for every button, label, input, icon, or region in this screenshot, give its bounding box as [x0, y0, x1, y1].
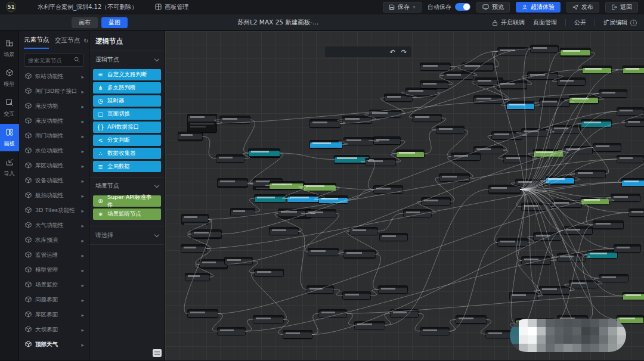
graph-node[interactable] [498, 239, 528, 246]
graph-node[interactable] [270, 228, 298, 235]
graph-node[interactable] [558, 78, 585, 85]
graph-node[interactable] [379, 286, 407, 293]
graph-node[interactable] [623, 292, 644, 300]
graph-node[interactable] [599, 90, 627, 97]
graph-node[interactable] [191, 230, 221, 238]
graph-node[interactable] [287, 195, 321, 202]
graph-node[interactable] [270, 182, 304, 189]
back-button[interactable]: 返回 [605, 2, 638, 13]
graph-node[interactable] [581, 120, 611, 127]
graph-node[interactable] [522, 257, 550, 264]
graph-node[interactable] [593, 221, 623, 229]
element-node-item[interactable]: 水位功能性▸ [19, 144, 89, 158]
node-select-dropdown[interactable]: 请选择 [89, 226, 165, 245]
node-button[interactable]: ≣全局数据 [93, 161, 161, 172]
graph-node[interactable] [310, 120, 340, 127]
graph-node[interactable] [181, 245, 206, 252]
refresh-icon[interactable]: ↻ [83, 38, 88, 48]
graph-node[interactable] [516, 179, 543, 186]
node-button[interactable]: <分支判断 [93, 135, 161, 146]
element-node-item[interactable]: 闸门功能性▸ [19, 129, 89, 144]
graph-node[interactable] [397, 150, 424, 157]
board-manage-button[interactable]: 画板管理 [155, 3, 188, 11]
app-logo[interactable]: 51 [6, 2, 16, 12]
extension-edit-button[interactable]: 扩展编辑 i [603, 18, 637, 27]
link-debug-button[interactable]: 开启联调 [492, 18, 525, 27]
graph-node[interactable] [498, 81, 527, 89]
node-button[interactable]: ∗场景监听节点 [93, 208, 161, 220]
rail-item-scene[interactable]: 场景 [0, 35, 19, 62]
graph-node[interactable] [534, 150, 564, 157]
node-button[interactable]: ≡自定义支路判断 [93, 69, 161, 80]
graph-node[interactable] [617, 155, 643, 163]
graph-node[interactable] [420, 63, 450, 70]
graph-node[interactable] [611, 194, 640, 201]
graph-node[interactable] [462, 63, 493, 71]
graph-node[interactable] [522, 129, 549, 136]
rail-item-board[interactable]: 画板 [0, 124, 19, 151]
graph-node[interactable] [185, 273, 209, 281]
element-node-item[interactable]: 水库预演▸ [19, 233, 89, 248]
graph-node[interactable] [420, 328, 449, 335]
graph-node[interactable] [218, 179, 247, 187]
redo-icon[interactable]: ↷ [401, 49, 407, 55]
graph-node[interactable] [370, 110, 401, 117]
save-button[interactable]: 保存 ∨ [383, 2, 422, 13]
graph-node[interactable] [626, 119, 644, 126]
element-node-item[interactable]: 淹没功能▸ [19, 99, 89, 114]
graph-node[interactable] [439, 174, 469, 181]
graph-node[interactable] [380, 234, 407, 241]
graph-node[interactable] [444, 72, 473, 79]
element-node-item[interactable]: 库区界面▸ [19, 307, 89, 322]
graph-node[interactable] [404, 210, 431, 217]
graph-node[interactable] [188, 310, 218, 318]
node-button[interactable]: {}API数据接口 [93, 122, 161, 133]
graph-node[interactable] [456, 316, 486, 323]
graph-node[interactable] [564, 227, 592, 234]
element-node-item[interactable]: 问题界面▸ [19, 292, 89, 307]
graph-node[interactable] [522, 203, 550, 210]
graph-node[interactable] [366, 158, 395, 166]
graph-node[interactable] [319, 310, 346, 317]
element-node-item[interactable]: 设备功能性▸ [19, 173, 89, 188]
graph-node[interactable] [581, 197, 609, 204]
rail-item-import[interactable]: 导入 [0, 154, 19, 181]
graph-node[interactable] [218, 328, 245, 335]
tab-blueprint[interactable]: 蓝图 [101, 17, 128, 28]
graph-node[interactable] [350, 228, 377, 235]
graph-node[interactable] [474, 96, 504, 103]
graph-node[interactable] [220, 116, 250, 123]
graph-node[interactable] [249, 149, 280, 157]
graph-node[interactable] [583, 66, 611, 73]
element-node-item[interactable]: 监管运维▸ [19, 248, 89, 263]
graph-node[interactable] [451, 153, 480, 160]
graph-node[interactable] [255, 195, 286, 202]
graph-node[interactable] [344, 250, 375, 258]
graph-node[interactable] [374, 186, 402, 193]
graph-node[interactable] [575, 170, 605, 178]
blueprint-canvas[interactable]: ↶ ↷ [165, 31, 644, 360]
graph-node[interactable] [422, 198, 450, 205]
graph-node[interactable] [406, 88, 436, 96]
graph-node[interactable] [528, 72, 558, 79]
page-manage-button[interactable]: 页面管理 [533, 18, 557, 27]
element-node-item[interactable]: 库区功能性▸ [19, 158, 89, 173]
graph-node[interactable] [343, 116, 371, 123]
publish-button[interactable]: 发布 [566, 2, 599, 13]
graph-node[interactable] [510, 292, 537, 300]
graph-node[interactable] [540, 287, 569, 294]
graph-node[interactable] [308, 248, 338, 256]
graph-node[interactable] [255, 269, 283, 276]
graph-node[interactable] [593, 144, 621, 151]
element-search-input[interactable] [28, 57, 72, 64]
node-button[interactable]: ▢页面切换 [93, 108, 161, 120]
rail-item-model[interactable]: 模型 [0, 64, 19, 92]
graph-node[interactable] [304, 183, 336, 191]
tab-interact-nodes[interactable]: 交互节点 [55, 36, 80, 48]
element-node-item[interactable]: 天气功能性▸ [19, 218, 89, 233]
graph-node[interactable] [623, 66, 644, 73]
element-node-item[interactable]: 3D Tiles功能性▸ [19, 203, 89, 218]
graph-node[interactable] [587, 251, 617, 258]
experience-button[interactable]: 超清体验 [516, 2, 561, 13]
graph-node[interactable] [504, 155, 531, 163]
